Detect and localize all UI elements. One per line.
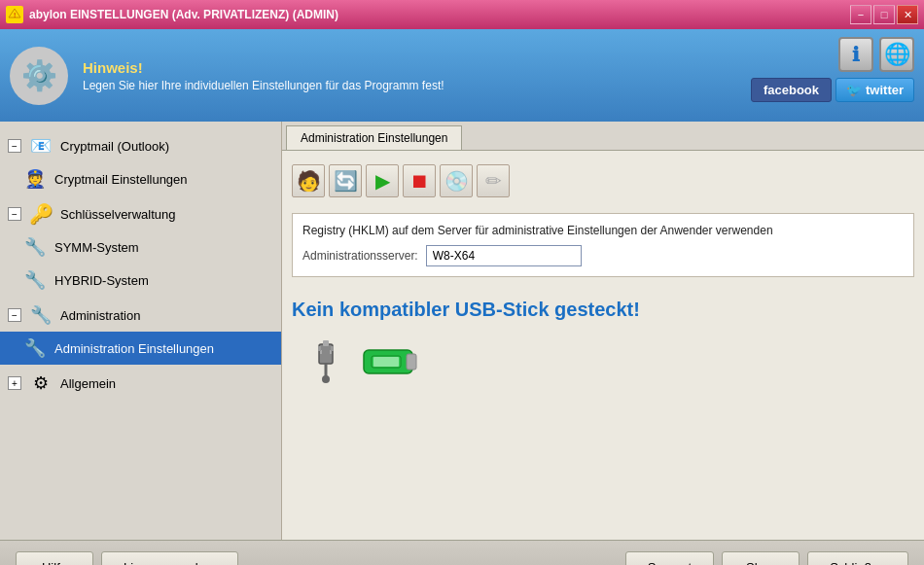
usb-section: Kein kompatibler USB-Stick gesteckt! [292, 289, 914, 403]
svg-rect-3 [323, 340, 329, 346]
usb-connector-icon [302, 336, 350, 393]
globe-button[interactable]: 🌐 [879, 37, 914, 72]
svg-rect-8 [318, 346, 321, 351]
registry-label: Registry (HKLM) auf dem Server für admin… [302, 224, 904, 237]
toolbar: 🧑 🔄 ▶ ⏹ 💿 ✏ [292, 160, 914, 201]
admin-icon: 🔧 [29, 303, 53, 327]
hybrid-icon: 🔧 [23, 268, 47, 292]
info-button[interactable]: ℹ [838, 37, 873, 72]
twitter-bird-icon: 🐦 [846, 83, 862, 97]
twitter-label: twitter [866, 83, 904, 97]
social-buttons: facebook 🐦 twitter [751, 78, 914, 102]
svg-rect-13 [373, 357, 399, 367]
content-tabs: Administration Einstellungen [282, 122, 924, 151]
maximize-button[interactable]: □ [873, 5, 895, 24]
header-gear-icon: ⚙️ [10, 47, 68, 105]
facebook-button[interactable]: facebook [751, 78, 832, 102]
support-button[interactable]: Support [625, 551, 715, 565]
svg-rect-11 [407, 354, 416, 370]
toolbar-edit-button[interactable]: ✏ [477, 164, 510, 197]
sidebar-item-cryptmail[interactable]: − 📧 Cryptmail (Outlook) [0, 129, 281, 162]
lizenz-button[interactable]: Lizenz erwerben [101, 551, 238, 565]
cryptmail-settings-label: Cryptmail Einstellungen [54, 172, 188, 187]
footer-left-buttons: Hilfe Lizenz erwerben [16, 551, 238, 565]
sidebar: − 📧 Cryptmail (Outlook) 👮 Cryptmail Eins… [0, 122, 282, 540]
footer: Hilfe Lizenz erwerben Support Shop Schli… [0, 540, 924, 565]
cryptmail-label: Cryptmail (Outlook) [60, 139, 169, 154]
globe-icon: 🌐 [884, 42, 910, 67]
admin-label: Administration [60, 308, 140, 323]
content-body: 🧑 🔄 ▶ ⏹ 💿 ✏ Regist [282, 151, 924, 540]
allgemein-icon: ⚙ [29, 371, 53, 395]
sidebar-item-hybrid[interactable]: 🔧 HYBRID-System [0, 264, 281, 297]
admin-settings-label: Administration Einstellungen [54, 341, 214, 356]
sidebar-item-schluessel[interactable]: − 🔑 Schlüsselverwaltung [0, 197, 281, 230]
shop-button[interactable]: Shop [722, 551, 800, 565]
stop-icon: ⏹ [409, 170, 429, 193]
admin-settings-icon: 🔧 [23, 336, 47, 360]
toolbar-refresh-button[interactable]: 🔄 [329, 164, 362, 197]
symm-label: SYMM-System [54, 240, 139, 255]
cryptmail-expander[interactable]: − [8, 139, 21, 153]
minimize-button[interactable]: − [850, 5, 871, 24]
info-icon: ℹ [852, 43, 860, 66]
twitter-button[interactable]: 🐦 twitter [835, 78, 914, 102]
title-bar: ! abylon EINSTELLUNGEN (Adv. PRIVATLIZEN… [0, 0, 924, 29]
toolbar-play-button[interactable]: ▶ [366, 164, 399, 197]
sidebar-item-allgemein[interactable]: + ⚙ Allgemein [0, 367, 281, 400]
symm-icon: 🔧 [23, 235, 47, 259]
pencil-icon: ✏ [485, 169, 502, 193]
sidebar-item-cryptmail-settings[interactable]: 👮 Cryptmail Einstellungen [0, 162, 281, 195]
header-description: Legen Sie hier Ihre individuellen Einste… [83, 79, 444, 92]
footer-right-buttons: Support Shop Schließen [625, 551, 908, 565]
hilfe-button[interactable]: Hilfe [16, 551, 93, 565]
schluessel-icon: 🔑 [29, 202, 53, 226]
refresh-icon: 🔄 [334, 169, 358, 193]
registry-box: Registry (HKLM) auf dem Server für admin… [292, 213, 914, 277]
sidebar-group-admin: − 🔧 Administration 🔧 Administration Eins… [0, 299, 281, 365]
schluessel-label: Schlüsselverwaltung [60, 207, 176, 222]
admin-expander[interactable]: − [8, 308, 21, 322]
sidebar-item-administration[interactable]: − 🔧 Administration [0, 299, 281, 332]
header-text: Hinweis! Legen Sie hier Ihre individuell… [83, 59, 444, 92]
main-layout: − 📧 Cryptmail (Outlook) 👮 Cryptmail Eins… [0, 122, 924, 540]
app-icon: ! [6, 6, 23, 23]
person-green-icon: 🧑 [297, 169, 321, 193]
toolbar-stop-button[interactable]: ⏹ [403, 164, 436, 197]
svg-rect-9 [331, 346, 334, 351]
header-icon-buttons: ℹ 🌐 [838, 37, 914, 72]
admin-server-input[interactable] [426, 245, 582, 266]
svg-text:!: ! [14, 12, 16, 18]
allgemein-expander[interactable]: + [8, 376, 21, 390]
sidebar-item-admin-settings[interactable]: 🔧 Administration Einstellungen [0, 332, 281, 365]
admin-server-label: Administrationsserver: [302, 249, 418, 263]
schluessel-expander[interactable]: − [8, 207, 21, 221]
header-right: ℹ 🌐 facebook 🐦 twitter [751, 37, 914, 102]
usb-drive-icon [362, 342, 420, 389]
header-hint: Hinweis! [83, 59, 444, 76]
schliessen-button[interactable]: Schließen [807, 551, 908, 565]
sidebar-item-symm[interactable]: 🔧 SYMM-System [0, 230, 281, 264]
window-title: abylon EINSTELLUNGEN (Adv. PRIVATLIZENZ)… [29, 8, 338, 21]
cryptmail-icon: 📧 [29, 134, 53, 158]
admin-server-row: Administrationsserver: [302, 245, 904, 266]
header: ⚙️ Hinweis! Legen Sie hier Ihre individu… [0, 29, 924, 122]
sidebar-group-allgemein: + ⚙ Allgemein [0, 367, 281, 400]
usb-no-stick-text: Kein kompatibler USB-Stick gesteckt! [292, 299, 914, 321]
play-icon: ▶ [375, 169, 390, 193]
sidebar-group-schluessel: − 🔑 Schlüsselverwaltung 🔧 SYMM-System 🔧 … [0, 197, 281, 297]
content-area: Administration Einstellungen 🧑 🔄 ▶ ⏹ 💿 [282, 122, 924, 540]
svg-point-5 [322, 375, 330, 383]
cryptmail-settings-icon: 👮 [23, 167, 47, 191]
usb-icon-area [292, 336, 914, 393]
title-controls: − □ ✕ [850, 5, 918, 24]
toolbar-person-button[interactable]: 🧑 [292, 164, 325, 197]
sidebar-group-cryptmail: − 📧 Cryptmail (Outlook) 👮 Cryptmail Eins… [0, 129, 281, 195]
disk-icon: 💿 [444, 169, 469, 193]
tab-admin-settings[interactable]: Administration Einstellungen [286, 125, 462, 150]
toolbar-disk-button[interactable]: 💿 [440, 164, 473, 197]
allgemein-label: Allgemein [60, 376, 116, 391]
hybrid-label: HYBRID-System [54, 273, 149, 288]
close-button[interactable]: ✕ [897, 5, 918, 24]
